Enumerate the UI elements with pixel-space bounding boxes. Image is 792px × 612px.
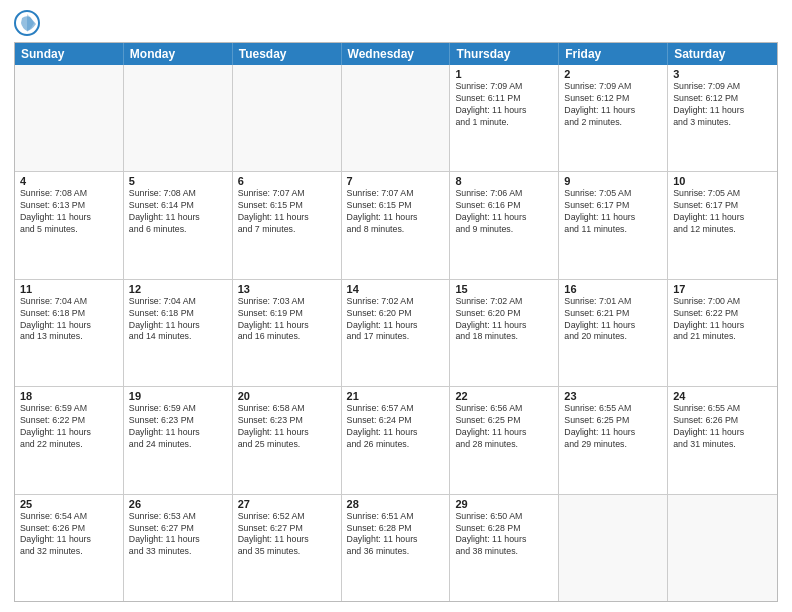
day-info: Sunrise: 7:07 AM Sunset: 6:15 PM Dayligh…	[238, 188, 336, 236]
day-number: 3	[673, 68, 772, 80]
day-number: 15	[455, 283, 553, 295]
logo	[14, 10, 40, 36]
day-cell-27: 27Sunrise: 6:52 AM Sunset: 6:27 PM Dayli…	[233, 495, 342, 601]
logo-icon	[14, 10, 40, 36]
day-cell-20: 20Sunrise: 6:58 AM Sunset: 6:23 PM Dayli…	[233, 387, 342, 493]
day-number: 23	[564, 390, 662, 402]
empty-cell	[342, 65, 451, 171]
day-number: 19	[129, 390, 227, 402]
day-number: 4	[20, 175, 118, 187]
day-cell-19: 19Sunrise: 6:59 AM Sunset: 6:23 PM Dayli…	[124, 387, 233, 493]
day-info: Sunrise: 7:05 AM Sunset: 6:17 PM Dayligh…	[564, 188, 662, 236]
header-day-monday: Monday	[124, 43, 233, 65]
day-cell-10: 10Sunrise: 7:05 AM Sunset: 6:17 PM Dayli…	[668, 172, 777, 278]
day-cell-11: 11Sunrise: 7:04 AM Sunset: 6:18 PM Dayli…	[15, 280, 124, 386]
day-info: Sunrise: 7:05 AM Sunset: 6:17 PM Dayligh…	[673, 188, 772, 236]
day-info: Sunrise: 7:06 AM Sunset: 6:16 PM Dayligh…	[455, 188, 553, 236]
week-row-3: 11Sunrise: 7:04 AM Sunset: 6:18 PM Dayli…	[15, 279, 777, 386]
day-info: Sunrise: 6:59 AM Sunset: 6:22 PM Dayligh…	[20, 403, 118, 451]
day-number: 24	[673, 390, 772, 402]
day-number: 14	[347, 283, 445, 295]
day-cell-4: 4Sunrise: 7:08 AM Sunset: 6:13 PM Daylig…	[15, 172, 124, 278]
day-info: Sunrise: 7:04 AM Sunset: 6:18 PM Dayligh…	[20, 296, 118, 344]
day-cell-18: 18Sunrise: 6:59 AM Sunset: 6:22 PM Dayli…	[15, 387, 124, 493]
day-number: 7	[347, 175, 445, 187]
header-day-thursday: Thursday	[450, 43, 559, 65]
day-cell-16: 16Sunrise: 7:01 AM Sunset: 6:21 PM Dayli…	[559, 280, 668, 386]
header-day-friday: Friday	[559, 43, 668, 65]
day-info: Sunrise: 6:52 AM Sunset: 6:27 PM Dayligh…	[238, 511, 336, 559]
day-cell-21: 21Sunrise: 6:57 AM Sunset: 6:24 PM Dayli…	[342, 387, 451, 493]
calendar: SundayMondayTuesdayWednesdayThursdayFrid…	[14, 42, 778, 602]
day-info: Sunrise: 6:50 AM Sunset: 6:28 PM Dayligh…	[455, 511, 553, 559]
day-cell-29: 29Sunrise: 6:50 AM Sunset: 6:28 PM Dayli…	[450, 495, 559, 601]
day-info: Sunrise: 6:58 AM Sunset: 6:23 PM Dayligh…	[238, 403, 336, 451]
day-number: 27	[238, 498, 336, 510]
day-number: 22	[455, 390, 553, 402]
day-number: 28	[347, 498, 445, 510]
day-info: Sunrise: 7:09 AM Sunset: 6:11 PM Dayligh…	[455, 81, 553, 129]
day-number: 13	[238, 283, 336, 295]
day-info: Sunrise: 7:03 AM Sunset: 6:19 PM Dayligh…	[238, 296, 336, 344]
day-info: Sunrise: 6:51 AM Sunset: 6:28 PM Dayligh…	[347, 511, 445, 559]
day-info: Sunrise: 7:09 AM Sunset: 6:12 PM Dayligh…	[673, 81, 772, 129]
page: SundayMondayTuesdayWednesdayThursdayFrid…	[0, 0, 792, 612]
day-info: Sunrise: 6:56 AM Sunset: 6:25 PM Dayligh…	[455, 403, 553, 451]
day-info: Sunrise: 7:01 AM Sunset: 6:21 PM Dayligh…	[564, 296, 662, 344]
empty-cell	[15, 65, 124, 171]
empty-cell	[559, 495, 668, 601]
day-cell-5: 5Sunrise: 7:08 AM Sunset: 6:14 PM Daylig…	[124, 172, 233, 278]
empty-cell	[124, 65, 233, 171]
header-day-saturday: Saturday	[668, 43, 777, 65]
day-info: Sunrise: 7:07 AM Sunset: 6:15 PM Dayligh…	[347, 188, 445, 236]
empty-cell	[668, 495, 777, 601]
week-row-1: 1Sunrise: 7:09 AM Sunset: 6:11 PM Daylig…	[15, 65, 777, 171]
day-info: Sunrise: 7:02 AM Sunset: 6:20 PM Dayligh…	[347, 296, 445, 344]
day-info: Sunrise: 7:08 AM Sunset: 6:13 PM Dayligh…	[20, 188, 118, 236]
day-cell-17: 17Sunrise: 7:00 AM Sunset: 6:22 PM Dayli…	[668, 280, 777, 386]
day-info: Sunrise: 6:57 AM Sunset: 6:24 PM Dayligh…	[347, 403, 445, 451]
day-cell-22: 22Sunrise: 6:56 AM Sunset: 6:25 PM Dayli…	[450, 387, 559, 493]
day-cell-6: 6Sunrise: 7:07 AM Sunset: 6:15 PM Daylig…	[233, 172, 342, 278]
day-info: Sunrise: 7:00 AM Sunset: 6:22 PM Dayligh…	[673, 296, 772, 344]
day-number: 17	[673, 283, 772, 295]
day-number: 9	[564, 175, 662, 187]
day-info: Sunrise: 6:54 AM Sunset: 6:26 PM Dayligh…	[20, 511, 118, 559]
week-row-2: 4Sunrise: 7:08 AM Sunset: 6:13 PM Daylig…	[15, 171, 777, 278]
day-number: 20	[238, 390, 336, 402]
day-cell-14: 14Sunrise: 7:02 AM Sunset: 6:20 PM Dayli…	[342, 280, 451, 386]
day-number: 1	[455, 68, 553, 80]
day-cell-26: 26Sunrise: 6:53 AM Sunset: 6:27 PM Dayli…	[124, 495, 233, 601]
day-number: 16	[564, 283, 662, 295]
day-cell-12: 12Sunrise: 7:04 AM Sunset: 6:18 PM Dayli…	[124, 280, 233, 386]
day-info: Sunrise: 7:04 AM Sunset: 6:18 PM Dayligh…	[129, 296, 227, 344]
header-day-tuesday: Tuesday	[233, 43, 342, 65]
day-info: Sunrise: 7:09 AM Sunset: 6:12 PM Dayligh…	[564, 81, 662, 129]
day-number: 29	[455, 498, 553, 510]
day-cell-24: 24Sunrise: 6:55 AM Sunset: 6:26 PM Dayli…	[668, 387, 777, 493]
empty-cell	[233, 65, 342, 171]
day-cell-1: 1Sunrise: 7:09 AM Sunset: 6:11 PM Daylig…	[450, 65, 559, 171]
day-cell-2: 2Sunrise: 7:09 AM Sunset: 6:12 PM Daylig…	[559, 65, 668, 171]
day-cell-9: 9Sunrise: 7:05 AM Sunset: 6:17 PM Daylig…	[559, 172, 668, 278]
week-row-4: 18Sunrise: 6:59 AM Sunset: 6:22 PM Dayli…	[15, 386, 777, 493]
day-number: 8	[455, 175, 553, 187]
day-cell-8: 8Sunrise: 7:06 AM Sunset: 6:16 PM Daylig…	[450, 172, 559, 278]
day-cell-23: 23Sunrise: 6:55 AM Sunset: 6:25 PM Dayli…	[559, 387, 668, 493]
week-row-5: 25Sunrise: 6:54 AM Sunset: 6:26 PM Dayli…	[15, 494, 777, 601]
day-number: 6	[238, 175, 336, 187]
day-cell-13: 13Sunrise: 7:03 AM Sunset: 6:19 PM Dayli…	[233, 280, 342, 386]
day-info: Sunrise: 7:02 AM Sunset: 6:20 PM Dayligh…	[455, 296, 553, 344]
day-number: 10	[673, 175, 772, 187]
day-cell-25: 25Sunrise: 6:54 AM Sunset: 6:26 PM Dayli…	[15, 495, 124, 601]
day-number: 25	[20, 498, 118, 510]
day-number: 18	[20, 390, 118, 402]
day-number: 26	[129, 498, 227, 510]
header-day-sunday: Sunday	[15, 43, 124, 65]
calendar-body: 1Sunrise: 7:09 AM Sunset: 6:11 PM Daylig…	[15, 65, 777, 601]
header-day-wednesday: Wednesday	[342, 43, 451, 65]
day-info: Sunrise: 6:55 AM Sunset: 6:25 PM Dayligh…	[564, 403, 662, 451]
day-cell-15: 15Sunrise: 7:02 AM Sunset: 6:20 PM Dayli…	[450, 280, 559, 386]
day-number: 11	[20, 283, 118, 295]
day-info: Sunrise: 6:53 AM Sunset: 6:27 PM Dayligh…	[129, 511, 227, 559]
